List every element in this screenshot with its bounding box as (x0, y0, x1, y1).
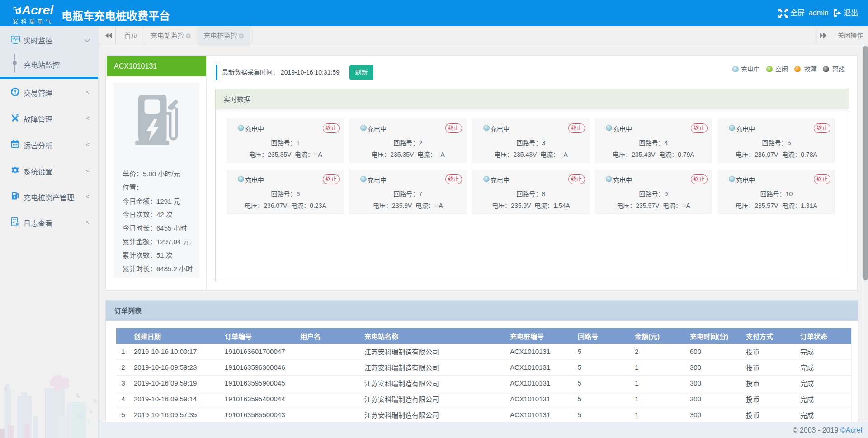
svg-text:¥: ¥ (14, 89, 17, 94)
